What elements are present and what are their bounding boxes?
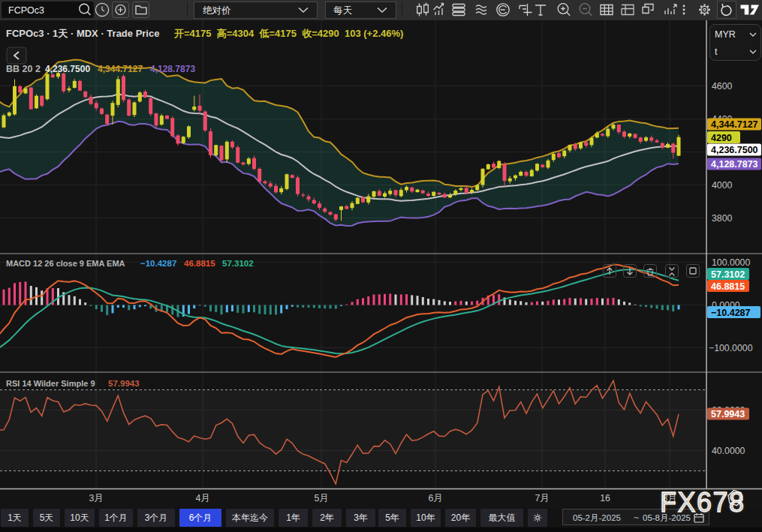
svg-text:57.3102: 57.3102 (711, 269, 745, 280)
svg-text:开=4175 高=4304 低=4175 收=4290: 开=4175 高=4304 低=4175 收=4290 103 (+2.46%) (173, 28, 403, 39)
svg-text:100.0000: 100.0000 (712, 257, 750, 268)
svg-text:t: t (715, 47, 718, 57)
svg-text:MACD 12 26 close 9 EMA EMA: MACD 12 26 close 9 EMA EMA (6, 259, 125, 268)
svg-text:57.9943: 57.9943 (108, 379, 140, 388)
svg-text:7月: 7月 (535, 493, 549, 503)
svg-text:6月: 6月 (428, 493, 442, 503)
svg-text:FCPOc3: FCPOc3 (8, 5, 44, 16)
svg-text:4600: 4600 (712, 81, 733, 92)
svg-text:−100.0000: −100.0000 (709, 343, 753, 353)
svg-text:FCPOc3 · 1天 · MDX · Trade Pric: FCPOc3 · 1天 · MDX · Trade Price (6, 28, 165, 39)
svg-text:4,128.7873: 4,128.7873 (150, 64, 195, 74)
svg-text:每天: 每天 (333, 5, 353, 16)
svg-text:46.8815: 46.8815 (711, 281, 745, 292)
svg-text:46.8815: 46.8815 (184, 259, 215, 268)
svg-text:5月: 5月 (314, 493, 328, 503)
svg-text:40.0000: 40.0000 (712, 446, 745, 456)
svg-text:4000: 4000 (712, 180, 733, 191)
svg-text:RSI 14 Wilder Simple 9: RSI 14 Wilder Simple 9 (6, 379, 95, 388)
svg-text:3月: 3月 (89, 493, 103, 503)
svg-text:3800: 3800 (712, 213, 733, 224)
svg-text:57.9943: 57.9943 (711, 409, 745, 419)
svg-text:−10.4287: −10.4287 (711, 308, 751, 318)
svg-text:4,344.7127: 4,344.7127 (711, 119, 758, 130)
svg-text:−10.4287: −10.4287 (140, 259, 176, 268)
svg-text:4,236.7500: 4,236.7500 (45, 64, 90, 74)
svg-text:MYR: MYR (715, 29, 736, 40)
svg-text:57.3102: 57.3102 (222, 259, 254, 268)
svg-text:4月: 4月 (195, 493, 209, 503)
svg-text:绝对价: 绝对价 (203, 5, 231, 16)
svg-text:4,128.7873: 4,128.7873 (711, 159, 758, 170)
svg-text:4290: 4290 (711, 133, 732, 143)
svg-text:4,236.7500: 4,236.7500 (711, 145, 758, 155)
svg-text:BB 20 2: BB 20 2 (6, 64, 41, 74)
svg-text:16: 16 (600, 493, 610, 503)
svg-text:4,344.7127: 4,344.7127 (98, 64, 143, 74)
